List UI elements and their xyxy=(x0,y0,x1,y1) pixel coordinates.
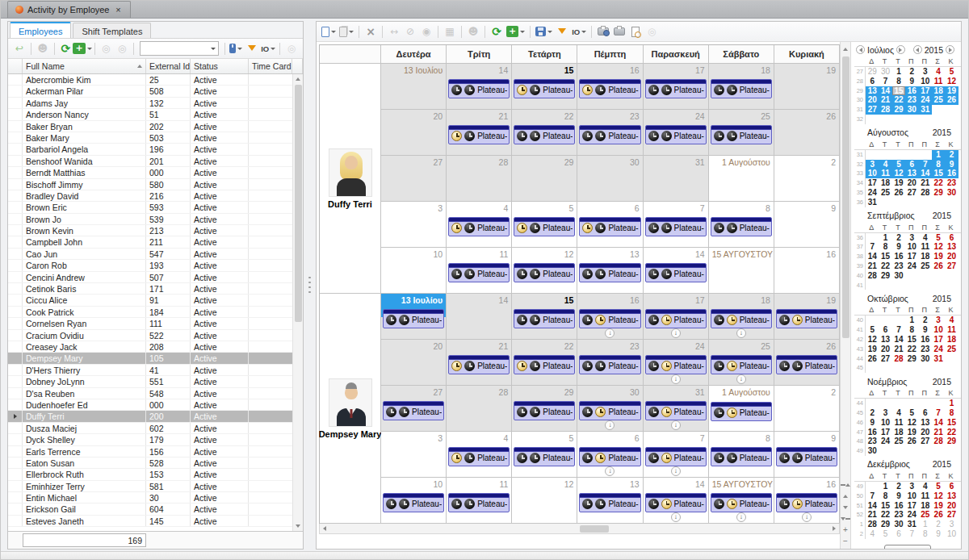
prev-appointment-icon[interactable] xyxy=(841,491,850,501)
calendar-day[interactable]: 21 xyxy=(879,95,891,105)
calendar-day[interactable]: 11 xyxy=(879,169,891,178)
calendar-day[interactable]: 15 xyxy=(892,86,905,96)
day-cell[interactable]: 20 xyxy=(381,340,447,386)
calendar-day[interactable]: 23 xyxy=(945,178,958,188)
day-cell[interactable]: 22Plateau-Duf xyxy=(512,110,577,156)
day-cell[interactable]: 3 xyxy=(381,202,447,248)
day-cell[interactable]: 1 Αυγούστου xyxy=(709,156,774,202)
employee-row[interactable]: Dobney JoLynn551Active xyxy=(8,376,303,387)
appointment[interactable]: Plateau-Der xyxy=(514,401,575,420)
day-cell[interactable]: 5Plateau-Duf xyxy=(512,202,577,248)
day-cell[interactable]: 28 xyxy=(447,156,512,202)
remove-assignment-icon-button[interactable]: ☻ xyxy=(36,40,50,56)
appointment[interactable]: Plateau-Der xyxy=(645,309,707,328)
calendar-day[interactable]: 23 xyxy=(866,437,879,446)
day-cell[interactable]: 17Plateau-Duf xyxy=(644,64,709,110)
appointment[interactable]: Plateau-Der xyxy=(711,309,772,328)
day-cell[interactable]: 5Plateau-Der xyxy=(512,432,577,478)
refresh-icon-button[interactable]: ⟳ xyxy=(489,23,504,40)
calendar-day[interactable]: 14 xyxy=(866,501,879,511)
appointment[interactable]: Plateau-Duf xyxy=(514,217,575,236)
calendar-day[interactable]: 4 xyxy=(932,67,945,77)
calendar-day[interactable]: 16 xyxy=(892,252,905,261)
appointment[interactable]: Plateau-Der xyxy=(711,493,772,512)
calendar-day[interactable]: 4 xyxy=(866,529,879,539)
day-cell[interactable]: 15 ΑΥΓΟΥΣΤΟΥ (... xyxy=(709,248,774,294)
calendar-day[interactable]: 7 xyxy=(932,408,945,418)
calendar-day[interactable]: 9 xyxy=(919,325,932,335)
calendar-day[interactable]: 13 xyxy=(879,335,891,345)
calendar-day[interactable]: 3 xyxy=(879,408,891,418)
appointment[interactable]: Plateau-Der xyxy=(776,309,837,328)
calendar-day[interactable]: 11 xyxy=(919,242,932,252)
calendar-day[interactable]: 11 xyxy=(919,491,932,501)
day-cell[interactable]: 4Plateau-Duf xyxy=(447,202,512,248)
employee-row[interactable]: Ackerman Pilar508Active xyxy=(8,86,303,97)
calendar-day[interactable]: 28 xyxy=(879,105,891,115)
more-appointments-icon[interactable] xyxy=(605,328,615,338)
scrollbar-thumb[interactable] xyxy=(842,56,849,338)
appointment[interactable]: Plateau-Der xyxy=(579,309,640,328)
calendar-day[interactable]: 20 xyxy=(905,178,918,188)
appointment[interactable]: Plateau-Der xyxy=(448,447,510,466)
calendar-day[interactable]: 27 xyxy=(945,510,958,520)
calendar-day[interactable]: 10 xyxy=(866,169,879,178)
day-cell[interactable]: 7Plateau-Der xyxy=(644,432,709,478)
employee-row[interactable]: Earls Terrence156Active xyxy=(8,446,303,458)
calendar-day[interactable]: 7 xyxy=(879,77,891,86)
filter-icon-button[interactable] xyxy=(245,40,259,56)
save-layout-icon-button[interactable] xyxy=(229,40,243,56)
day-cell[interactable]: 22Plateau-Der xyxy=(512,340,577,386)
calendar-day[interactable]: 28 xyxy=(932,437,945,446)
calendar-day[interactable]: 8 xyxy=(905,325,918,335)
calendar-day[interactable]: 4 xyxy=(892,408,905,418)
day-cell[interactable]: 16Plateau-Duf xyxy=(577,64,643,110)
employee-row[interactable]: D'sa Reuben548Active xyxy=(8,388,303,399)
calendar-day[interactable]: 7 xyxy=(866,491,879,501)
appointment[interactable]: Plateau-Duf xyxy=(448,217,510,236)
scroll-right-icon[interactable] xyxy=(829,524,839,534)
calendar-day[interactable]: 1 xyxy=(879,482,891,491)
calendar-day[interactable]: 10 xyxy=(905,242,918,252)
employee-row[interactable]: Cetinok Baris171Active xyxy=(8,283,303,295)
more-appointments-icon[interactable] xyxy=(671,328,681,338)
scheduler-horizontal-scrollbar[interactable] xyxy=(319,524,840,534)
appointment[interactable]: Plateau-Duf xyxy=(448,263,510,282)
scroll-up-icon[interactable] xyxy=(841,44,850,54)
next-year-icon[interactable] xyxy=(946,45,954,54)
calendar-day[interactable]: 26 xyxy=(905,437,918,446)
calendar-day[interactable]: 30 xyxy=(879,67,891,77)
appointment[interactable]: Plateau-Duf xyxy=(711,125,772,144)
employee-row[interactable]: Cook Patrick184Active xyxy=(8,307,303,318)
day-cell[interactable]: 14Plateau-Duf xyxy=(644,248,709,294)
calendar-day[interactable]: 22 xyxy=(905,345,918,354)
resource-header[interactable]: Dempsey Mary xyxy=(320,294,381,524)
calendar-day[interactable]: 23 xyxy=(905,95,918,105)
day-cell[interactable]: 18Plateau-Duf xyxy=(709,64,774,110)
calendar-day[interactable]: 12 xyxy=(932,242,945,252)
day-cell[interactable]: 27 xyxy=(381,156,447,202)
day-cell[interactable]: 6Plateau-Duf xyxy=(577,202,643,248)
calendar-day[interactable]: 31 xyxy=(932,354,945,364)
day-cell[interactable]: 19Plateau-Der xyxy=(774,294,840,340)
day-cell[interactable]: 11Plateau-Duf xyxy=(447,248,512,294)
day-cell[interactable]: 15Plateau-Der xyxy=(512,294,577,340)
more-appointments-icon[interactable] xyxy=(802,512,812,522)
print-preview-icon-button[interactable] xyxy=(628,23,643,40)
day-cell[interactable]: 14 xyxy=(447,294,512,340)
day-cell[interactable]: 9Plateau-Der xyxy=(774,432,840,478)
calendar-day[interactable]: 21 xyxy=(919,178,932,188)
calendar-day[interactable]: 17 xyxy=(879,428,891,437)
day-cell[interactable]: 13 ΙουλίουPlateau-Der xyxy=(381,294,447,340)
calendar-day[interactable]: 3 xyxy=(945,520,958,529)
calendar-day[interactable]: 20 xyxy=(945,501,958,511)
day-cell[interactable]: 14Plateau-Duf xyxy=(447,64,512,110)
calendar-day[interactable]: 18 xyxy=(919,252,932,261)
calendar-day[interactable]: 8 xyxy=(879,491,891,501)
calendar-day[interactable]: 25 xyxy=(932,95,945,105)
employee-row[interactable]: Creasey Jack208Active xyxy=(8,341,303,353)
calendar-day[interactable]: 15 xyxy=(932,169,945,178)
calendar-day[interactable]: 4 xyxy=(879,160,891,169)
collapse-top-icon[interactable] xyxy=(841,480,850,490)
collapse-bottom-icon[interactable] xyxy=(841,514,850,524)
